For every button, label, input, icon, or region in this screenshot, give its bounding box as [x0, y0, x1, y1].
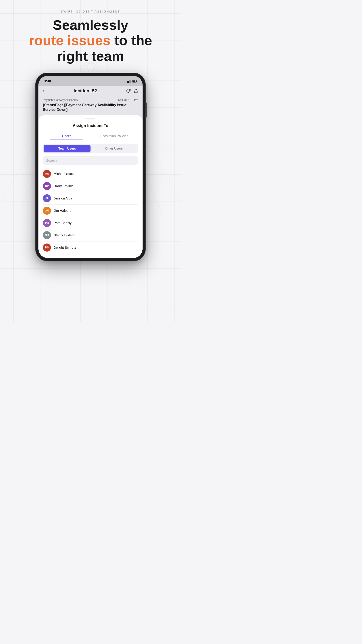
other-users-button[interactable]: Other Users	[90, 145, 137, 152]
list-item[interactable]: PBPam Beesly	[43, 217, 138, 229]
user-name: Jim Halpert	[54, 209, 71, 212]
svg-rect-12	[129, 80, 130, 83]
list-item[interactable]: JAJessica Alba	[43, 192, 138, 204]
headline-line3: right team	[57, 48, 124, 64]
incident-header: Payment Gateway Availability Sep 10, 4:1…	[38, 96, 143, 116]
sheet-handle	[86, 118, 95, 120]
svg-rect-15	[133, 80, 135, 82]
signal-icon	[127, 80, 131, 83]
nav-actions	[126, 88, 138, 93]
search-bar[interactable]: Search	[43, 156, 138, 164]
avatar: JA	[43, 194, 51, 202]
share-icon[interactable]	[134, 88, 138, 93]
avatar: PB	[43, 219, 51, 227]
status-icons	[127, 80, 137, 83]
nav-title: Incident 52	[73, 88, 97, 94]
avatar: MS	[43, 170, 51, 178]
headline-highlight: route issues	[29, 33, 110, 48]
incident-title: [StatusPage][Payment Gateway Availabilit…	[43, 103, 138, 112]
list-item[interactable]: DPDarryl Philbin	[43, 180, 138, 192]
sheet-title: Assign Incident To	[43, 124, 138, 128]
list-item[interactable]: SHStanly Hudson	[43, 229, 138, 242]
svg-rect-13	[130, 80, 131, 83]
user-name: Pam Beesly	[54, 221, 71, 225]
list-item[interactable]: JHJim Halpert	[43, 204, 138, 217]
headline: Seamlessly route issues to the right tea…	[29, 17, 152, 64]
back-button[interactable]: ‹	[43, 88, 44, 94]
nav-bar: ‹ Incident 52	[38, 86, 143, 96]
user-name: Darryl Philbin	[54, 184, 73, 188]
list-item[interactable]: DSDwight Schrute	[43, 242, 138, 254]
svg-rect-10	[127, 82, 128, 83]
svg-rect-11	[128, 81, 129, 83]
tabs: Users Escalation Policies	[43, 132, 138, 140]
headline-rest: to the	[111, 33, 152, 48]
battery-icon	[132, 80, 137, 82]
user-name: Dwight Schrute	[54, 246, 76, 249]
user-list: MSMichael ScottDPDarryl PhilbinJAJessica…	[43, 168, 138, 254]
user-name: Stanly Hudson	[54, 233, 75, 237]
toggle-group: Team Users Other Users	[43, 144, 138, 153]
user-name: Michael Scott	[54, 172, 74, 176]
tab-users[interactable]: Users	[43, 132, 90, 140]
bottom-sheet: Assign Incident To Users Escalation Poli…	[38, 116, 143, 258]
list-item[interactable]: MSMichael Scott	[43, 168, 138, 180]
headline-line1: Seamlessly	[53, 17, 128, 33]
avatar: DS	[43, 244, 51, 252]
avatar: JH	[43, 206, 51, 215]
phone-mockup: 9:30	[36, 73, 145, 261]
tab-escalation[interactable]: Escalation Policies	[90, 132, 138, 140]
refresh-icon[interactable]	[126, 88, 130, 93]
avatar: SH	[43, 231, 51, 239]
status-bar: 9:30	[38, 76, 143, 86]
avatar: DP	[43, 182, 51, 190]
team-users-button[interactable]: Team Users	[44, 145, 90, 152]
status-time: 9:30	[44, 79, 51, 83]
user-name: Jessica Alba	[54, 196, 72, 200]
incident-date: Sep 10, 4:10 PM	[118, 98, 138, 102]
page-subtitle: SWIFT INCIDENT ASSIGNMENT	[61, 10, 120, 13]
incident-source: Payment Gateway Availability	[43, 98, 78, 102]
phone-screen: 9:30	[38, 76, 143, 258]
